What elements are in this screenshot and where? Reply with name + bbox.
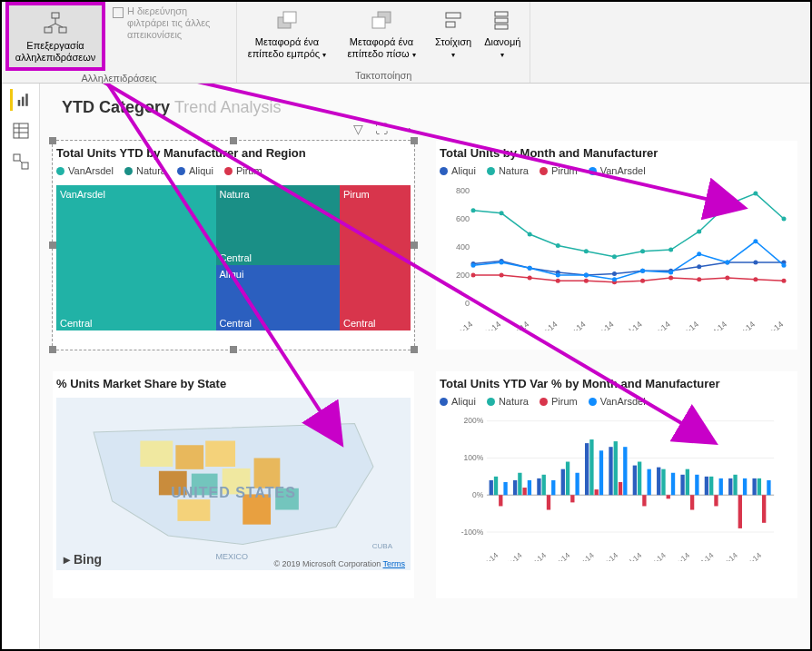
svg-rect-139 [566,462,569,496]
svg-text:100%: 100% [464,453,484,462]
interactions-icon [41,9,70,38]
model-view-button[interactable] [10,151,32,173]
send-backward-icon [367,5,396,35]
svg-rect-150 [547,495,550,509]
line-chart-visual[interactable]: Total Units by Month and Manufacturer Al… [436,141,797,350]
drill-filters-checkbox[interactable]: Η διερεύνηση φιλτράρει τις άλλες απεικον… [107,2,233,71]
more-options-icon[interactable]: ⋯ [396,121,414,137]
svg-rect-160 [503,482,507,495]
viz3-title: % Units Market Share by State [53,371,414,394]
svg-text:Nov-14: Nov-14 [731,320,758,330]
svg-rect-135 [752,478,756,495]
svg-text:-100%: -100% [461,528,484,537]
svg-rect-163 [575,473,579,495]
svg-text:Feb-14: Feb-14 [500,550,524,561]
svg-point-84 [556,273,560,278]
svg-text:200%: 200% [464,416,484,425]
svg-rect-126 [537,478,540,495]
distribute-label: Διανομή▾ [484,36,520,60]
bring-forward-button[interactable]: Μεταφορά ένα επίπεδο εμπρός ▾ [241,2,333,68]
svg-text:Nov-14: Nov-14 [715,550,740,561]
svg-rect-2 [59,27,66,33]
svg-rect-168 [695,475,698,495]
bar-chart-visual[interactable]: Total Units YTD Var % by Month and Manuf… [436,371,797,598]
svg-point-60 [556,243,560,248]
svg-text:May-14: May-14 [570,550,596,561]
svg-rect-162 [551,480,555,495]
svg-text:Jul-14: Jul-14 [621,320,644,330]
svg-point-72 [556,279,560,283]
svg-rect-171 [767,480,770,495]
filter-icon[interactable]: ▽ [349,121,367,137]
svg-rect-151 [570,495,574,502]
svg-rect-13 [21,97,24,106]
svg-text:Oct-14: Oct-14 [692,550,716,561]
svg-rect-19 [14,154,20,161]
page-title: YTD Category Trend Analysis [62,98,797,117]
distribute-button[interactable]: Διανομή▾ [479,2,526,68]
svg-rect-9 [495,12,508,16]
svg-rect-105 [140,441,173,468]
svg-text:Jul-14: Jul-14 [621,550,643,561]
focus-mode-icon[interactable]: ⛶ [372,121,391,137]
svg-text:Sep-14: Sep-14 [674,320,700,330]
svg-rect-0 [52,13,59,18]
svg-rect-129 [609,447,612,495]
report-view-button[interactable] [10,89,32,111]
align-button[interactable]: Στοίχιση▾ [430,2,477,68]
svg-rect-133 [705,477,708,495]
svg-rect-113 [177,499,210,521]
svg-rect-154 [642,495,646,506]
svg-point-85 [584,273,589,278]
svg-rect-155 [667,495,670,498]
svg-rect-153 [619,482,622,495]
svg-point-50 [612,271,617,276]
svg-point-92 [782,263,787,268]
svg-text:400: 400 [456,242,470,252]
svg-point-73 [584,279,589,283]
viz2-legend: Aliqui Natura Pirum VanArsdel [436,163,797,182]
ribbon-group-arrange: Τακτοποίηση [241,68,526,83]
svg-point-90 [725,261,729,265]
svg-rect-148 [499,495,502,506]
svg-rect-20 [22,163,28,169]
svg-rect-167 [671,473,675,495]
svg-rect-130 [633,466,637,496]
treemap-visual[interactable]: ▽ ⛶ ⋯ Total Units YTD by Manufacturer an… [53,141,414,350]
svg-rect-11 [495,25,508,29]
svg-point-77 [697,277,701,281]
send-backward-label: Μεταφορά ένα επίπεδο πίσω ▾ [341,36,422,60]
svg-point-53 [697,264,701,269]
svg-rect-165 [623,447,627,495]
svg-rect-14 [25,94,28,106]
edit-interactions-button[interactable]: Επεξεργασία αλληλεπιδράσεων [5,2,105,71]
svg-rect-6 [372,17,385,28]
svg-text:600: 600 [456,214,470,223]
svg-rect-146 [733,475,737,495]
svg-point-83 [528,266,532,271]
map-visual[interactable]: % Units Market Share by State [53,371,414,598]
svg-point-68 [782,217,787,222]
svg-text:Jun-14: Jun-14 [590,320,616,330]
svg-point-89 [697,252,701,256]
terms-link[interactable]: Terms [383,559,406,568]
data-view-button[interactable] [10,120,32,142]
svg-rect-138 [542,475,546,495]
svg-text:0%: 0% [472,490,484,499]
svg-point-62 [612,254,617,259]
svg-point-69 [471,273,476,278]
svg-rect-12 [17,100,20,106]
svg-rect-140 [589,439,593,495]
svg-rect-125 [513,480,517,495]
send-backward-button[interactable]: Μεταφορά ένα επίπεδο πίσω ▾ [335,2,428,68]
bar-chart-svg: -100%0%100%200%Jan-14Feb-14Mar-14Apr-14M… [440,416,794,561]
map-attribution: © 2019 Microsoft Corporation Terms [273,559,405,568]
viz4-title: Total Units YTD Var % by Month and Manuf… [436,371,797,394]
map-cuba-label: CUBA [372,542,392,550]
svg-rect-161 [528,480,531,495]
viz4-legend: Aliqui Natura Pirum VanArsdel [436,394,797,412]
svg-point-71 [528,276,532,281]
svg-point-66 [725,202,729,207]
svg-rect-8 [446,22,455,27]
svg-rect-149 [522,488,526,495]
